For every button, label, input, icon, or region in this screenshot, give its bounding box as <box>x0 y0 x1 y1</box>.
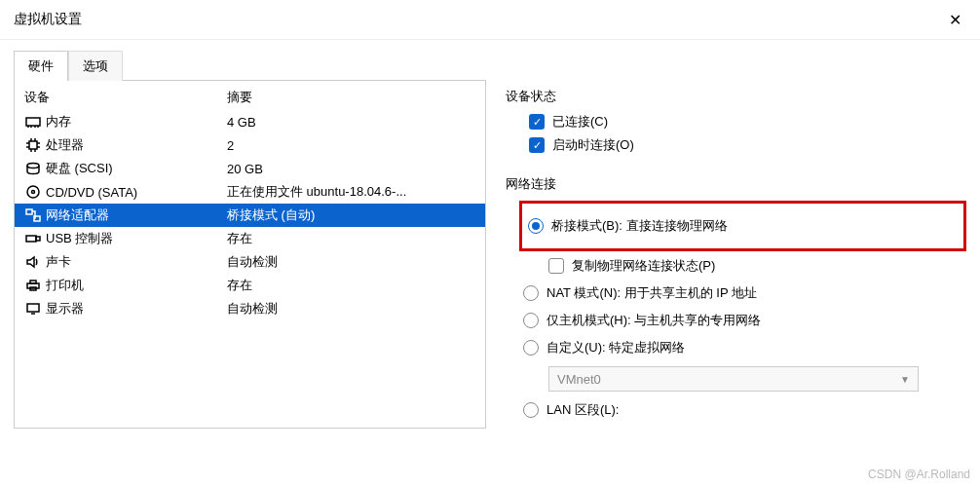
radio-lanseg[interactable] <box>523 402 539 418</box>
header-summary: 摘要 <box>227 89 252 106</box>
disk-icon <box>24 161 42 176</box>
device-row-printer[interactable]: 打印机存在 <box>15 274 485 297</box>
radio-nat[interactable] <box>523 285 539 301</box>
nat-label: NAT 模式(N): 用于共享主机的 IP 地址 <box>547 284 757 302</box>
svg-rect-17 <box>26 209 32 214</box>
device-state-label: 设备状态 <box>506 88 966 105</box>
device-list: 设备 摘要 内存4 GB处理器2硬盘 (SCSI)20 GBCD/DVD (SA… <box>14 80 486 429</box>
bridge-label: 桥接模式(B): 直接连接物理网络 <box>551 217 728 235</box>
net-icon <box>24 207 42 223</box>
header-device: 设备 <box>24 89 227 106</box>
device-name: 处理器 <box>46 136 227 154</box>
device-summary: 桥接模式 (自动) <box>227 206 475 224</box>
close-icon[interactable]: ✕ <box>943 8 966 31</box>
device-name: 显示器 <box>46 300 227 318</box>
device-summary: 正在使用文件 ubuntu-18.04.6-... <box>227 183 475 201</box>
device-name: 硬盘 (SCSI) <box>46 160 227 177</box>
network-connection-label: 网络连接 <box>506 175 966 193</box>
radio-bridge[interactable] <box>528 218 544 234</box>
svg-rect-22 <box>30 281 36 283</box>
checkbox-replicate[interactable] <box>548 258 564 274</box>
device-summary: 存在 <box>227 277 475 294</box>
svg-rect-20 <box>36 237 40 241</box>
device-row-usb[interactable]: USB 控制器存在 <box>15 227 485 250</box>
checkbox-connect-on-start[interactable]: ✓ <box>529 137 545 153</box>
tab-options[interactable]: 选项 <box>68 51 123 81</box>
device-row-memory[interactable]: 内存4 GB <box>15 110 485 133</box>
device-summary: 自动检测 <box>227 253 475 271</box>
svg-rect-5 <box>29 141 37 149</box>
disc-icon <box>24 184 42 200</box>
device-row-sound[interactable]: 声卡自动检测 <box>15 250 485 274</box>
svg-rect-19 <box>26 236 36 242</box>
svg-rect-24 <box>27 304 39 312</box>
device-summary: 4 GB <box>227 115 475 130</box>
device-row-disc[interactable]: CD/DVD (SATA)正在使用文件 ubuntu-18.04.6-... <box>15 180 485 204</box>
device-name: 声卡 <box>46 253 227 271</box>
device-name: CD/DVD (SATA) <box>46 185 227 200</box>
replicate-label: 复制物理网络连接状态(P) <box>572 257 715 275</box>
device-summary: 自动检测 <box>227 300 475 318</box>
chevron-down-icon: ▼ <box>900 374 910 385</box>
svg-point-15 <box>27 186 39 198</box>
connected-label: 已连接(C) <box>552 113 608 131</box>
watermark: CSDN @Ar.Rolland <box>868 468 970 481</box>
tab-bar: 硬件 选项 <box>0 40 980 80</box>
bridge-highlight: 桥接模式(B): 直接连接物理网络 <box>519 201 966 251</box>
printer-icon <box>24 278 42 293</box>
device-summary: 20 GB <box>227 162 475 176</box>
device-name: 打印机 <box>46 277 227 294</box>
svg-rect-0 <box>26 118 40 126</box>
svg-point-16 <box>32 191 35 194</box>
device-row-cpu[interactable]: 处理器2 <box>15 133 485 157</box>
device-row-net[interactable]: 网络适配器桥接模式 (自动) <box>15 204 485 227</box>
custom-label: 自定义(U): 特定虚拟网络 <box>547 339 685 356</box>
display-icon <box>24 301 42 317</box>
radio-hostonly[interactable] <box>523 313 539 328</box>
device-name: 网络适配器 <box>46 206 227 224</box>
device-row-disk[interactable]: 硬盘 (SCSI)20 GB <box>15 157 485 180</box>
hostonly-label: 仅主机模式(H): 与主机共享的专用网络 <box>547 312 761 329</box>
lanseg-label: LAN 区段(L): <box>547 401 619 419</box>
device-summary: 2 <box>227 138 475 153</box>
svg-point-14 <box>27 164 39 169</box>
vmnet-dropdown[interactable]: VMnet0 ▼ <box>548 366 919 392</box>
tab-hardware[interactable]: 硬件 <box>14 51 68 81</box>
usb-icon <box>24 231 42 246</box>
radio-custom[interactable] <box>523 340 539 356</box>
connect-on-start-label: 启动时连接(O) <box>552 136 634 154</box>
vmnet-value: VMnet0 <box>557 372 601 387</box>
device-name: 内存 <box>46 113 227 131</box>
device-name: USB 控制器 <box>46 230 227 247</box>
window-title: 虚拟机设置 <box>14 11 82 28</box>
checkbox-connected[interactable]: ✓ <box>529 114 545 130</box>
device-summary: 存在 <box>227 230 475 247</box>
cpu-icon <box>24 137 42 153</box>
device-row-display[interactable]: 显示器自动检测 <box>15 297 485 320</box>
sound-icon <box>24 254 42 270</box>
memory-icon <box>24 114 42 130</box>
